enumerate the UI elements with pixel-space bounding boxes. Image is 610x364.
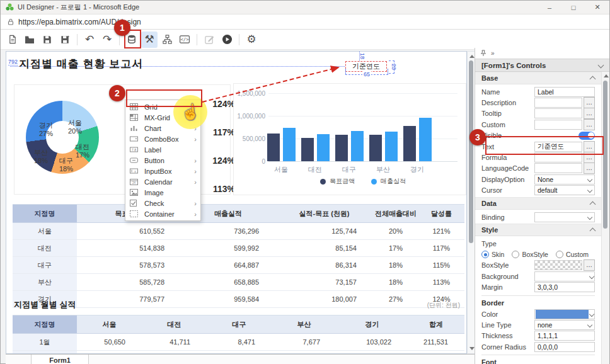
table-row: 대전514,838599,99285,15417%117%: [13, 240, 464, 257]
redo-button[interactable]: ↷: [99, 31, 115, 48]
property-row-boxstyle: BoxStyle…: [481, 260, 595, 271]
line-type-select[interactable]: none: [534, 320, 595, 330]
save-button[interactable]: [39, 31, 55, 48]
script-editor-icon: </>: [180, 35, 190, 43]
radio-boxstyle[interactable]: [512, 251, 519, 258]
section-header-data[interactable]: Data: [475, 197, 601, 210]
property-label: Corner Radius: [481, 343, 534, 351]
menu-item-button[interactable]: Button›: [125, 155, 200, 166]
hierarchy-button[interactable]: [159, 31, 175, 48]
column-header: 대구: [207, 316, 272, 334]
displayoption-select[interactable]: None: [534, 174, 595, 185]
color-color-select[interactable]: [534, 309, 595, 319]
section-header-style[interactable]: Style: [475, 224, 601, 236]
property-row-name: Name: [481, 86, 595, 97]
section-header-base[interactable]: Base: [475, 72, 601, 84]
undo-button[interactable]: ↶: [81, 31, 98, 48]
bar-매출실적[interactable]: [283, 128, 296, 161]
bar-group: [402, 118, 432, 161]
bar-목표금액[interactable]: [267, 134, 280, 161]
panel-toolstrip: »: [475, 48, 609, 59]
menu-item-calendar[interactable]: 24Calendar›: [125, 176, 200, 187]
panel-scroll-up-icon[interactable]: [604, 74, 609, 77]
bar-목표금액[interactable]: [369, 135, 382, 161]
run-button[interactable]: [219, 31, 235, 48]
property-label: Cursor: [481, 186, 534, 194]
pin-icon[interactable]: [480, 50, 486, 57]
highlight-box-menu-label: [126, 89, 202, 107]
table-cell: 578,573: [77, 257, 181, 274]
bar-목표금액[interactable]: [335, 135, 348, 161]
languagecode-input[interactable]: [534, 163, 582, 173]
collapse-panel-icon[interactable]: »: [491, 50, 495, 57]
new-file-button[interactable]: [4, 31, 20, 48]
bar-chart-panel[interactable]: 0500,0001,000,0001,500,000서울대전대구부산경기목표금액…: [233, 83, 466, 195]
container-icon: [130, 210, 139, 218]
open-button[interactable]: [21, 31, 38, 48]
panel-title-bar[interactable]: [Form1]'s Controls: [475, 59, 609, 72]
ellipsis-button[interactable]: …: [584, 119, 595, 130]
property-control: …: [534, 119, 595, 130]
menu-item-check[interactable]: Check›: [125, 198, 200, 208]
table-cell: 7,677: [272, 334, 337, 351]
width-guide-label: 792: [8, 59, 18, 65]
binding-select[interactable]: [534, 212, 595, 222]
radio-custom[interactable]: [556, 251, 563, 258]
custom-input[interactable]: [534, 120, 582, 130]
corner-radius-input[interactable]: [534, 342, 595, 352]
report-title[interactable]: 지점별 매출 현황 보고서: [19, 57, 143, 71]
chevron-down-icon: [589, 311, 594, 316]
bar-매출실적[interactable]: [351, 131, 364, 161]
design-canvas[interactable]: 792 18 지점별 매출 현황 보고서 기준연도 65 23 서울20%대전1…: [6, 51, 467, 354]
ellipsis-button[interactable]: …: [584, 162, 595, 174]
menu-item-inputbox[interactable]: xInputBox›: [125, 166, 200, 176]
column-header: 전체매출대비: [373, 205, 418, 223]
unit-note: (단위: 천원): [427, 301, 460, 310]
scroll-down-icon[interactable]: [469, 347, 475, 350]
tooltip-input[interactable]: [534, 108, 582, 118]
kpi-value: 124%: [212, 99, 235, 109]
minimize-button[interactable]: –: [538, 1, 561, 14]
bar-목표금액[interactable]: [403, 126, 416, 161]
cursor-select[interactable]: default: [534, 185, 595, 195]
settings-button[interactable]: ⚙: [243, 31, 260, 48]
site-info-icon[interactable]: [7, 18, 14, 26]
radio-skin[interactable]: [481, 251, 489, 258]
script-editor-button[interactable]: </>: [176, 31, 193, 48]
save-as-button[interactable]: [57, 31, 73, 48]
panel-scrollbar[interactable]: [601, 72, 609, 364]
boxstyle-pattern-swatch[interactable]: [534, 260, 582, 270]
widgets-button[interactable]: ⚒: [141, 31, 158, 48]
scroll-up-icon[interactable]: [469, 55, 475, 58]
menu-item-container[interactable]: Container›: [125, 208, 200, 219]
bar-목표금액[interactable]: [301, 138, 314, 161]
margin-input[interactable]: [534, 282, 595, 292]
form-tab[interactable]: Form1: [31, 355, 89, 364]
bar-매출실적[interactable]: [419, 118, 432, 161]
bar-매출실적[interactable]: [385, 132, 398, 161]
close-button[interactable]: ✕: [585, 1, 609, 14]
background-color-select[interactable]: [534, 271, 595, 282]
ellipsis-button[interactable]: …: [584, 259, 595, 271]
bar-매출실적[interactable]: [317, 134, 330, 161]
menu-item-combobox[interactable]: ComboBox›: [125, 134, 200, 144]
section-title: Style: [481, 226, 498, 234]
canvas-scroll-thumb[interactable]: [469, 60, 473, 243]
radio-label: Skin: [492, 251, 504, 258]
name-input[interactable]: [534, 87, 595, 97]
edit-button[interactable]: [201, 31, 217, 48]
panel-scroll-thumb[interactable]: [603, 81, 607, 229]
maximize-button[interactable]: □: [561, 1, 585, 14]
property-row-corner-radius: Corner Radius: [481, 341, 595, 352]
type-radio-group: SkinBoxStyleCustom: [481, 249, 595, 260]
menu-item-image[interactable]: Image: [125, 187, 200, 198]
menu-item-label[interactable]: 7.8Label: [125, 144, 200, 155]
ellipsis-button[interactable]: …: [584, 108, 595, 119]
thickness-input[interactable]: [534, 331, 595, 341]
description-input[interactable]: [534, 98, 582, 108]
edit-icon: [205, 35, 214, 44]
table-cell: 779,577: [77, 291, 181, 308]
table-cell: 103,022: [337, 334, 408, 351]
ellipsis-button[interactable]: …: [584, 97, 595, 108]
table-cell: 서울: [13, 223, 77, 240]
